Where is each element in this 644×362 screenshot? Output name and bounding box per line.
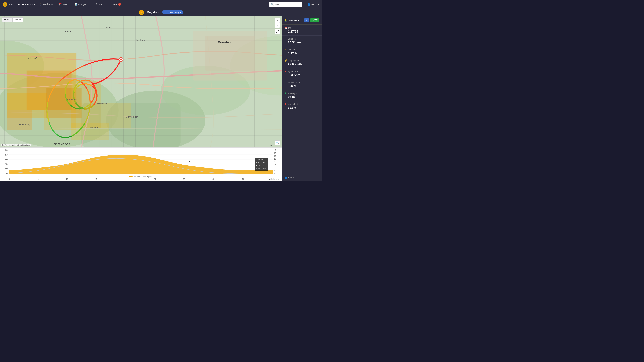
svg-point-64: [120, 58, 122, 60]
tile-hunting-icon: ◎: [164, 11, 166, 13]
speed-legend-label: Speed: [147, 176, 152, 178]
date-label: Date: [288, 27, 292, 29]
nav-more-label: More: [111, 3, 117, 6]
tooltip-x: x: 40.78 km: [256, 161, 267, 164]
nav-workouts[interactable]: 🏃 Workouts: [38, 2, 54, 6]
nav-goals[interactable]: 🚩 Goals: [58, 2, 70, 6]
edit-workout-button[interactable]: ✎: [304, 18, 309, 22]
elevation-icon: ↑: [284, 81, 286, 84]
y-label-5: 150: [5, 172, 8, 174]
duration-icon: ⏱: [284, 48, 287, 51]
nav-analytics[interactable]: 📊 Analytics ▾: [73, 2, 91, 6]
x-label-2: 10: [66, 178, 68, 180]
y-right-0: 40: [274, 149, 282, 151]
altitude-up-icon[interactable]: ▲: [275, 178, 277, 180]
avg-speed-label: Avg. Speed: [288, 59, 299, 62]
distance-value: 26.54 km: [284, 41, 319, 44]
nav-search-box[interactable]: 🔍: [269, 2, 302, 6]
chart-legend: Altitude Speed: [129, 176, 152, 178]
altitude-down-icon[interactable]: ▼: [278, 178, 279, 180]
more-icon: ≡: [109, 3, 111, 5]
svg-text:Braunsdorf: Braunsdorf: [66, 98, 77, 101]
x-label-6: 30: [183, 178, 185, 180]
stat-avg-speed: ⚡ Avg. Speed 22.0 km/h: [282, 57, 322, 68]
svg-text:Nossen: Nossen: [64, 30, 72, 33]
map-area: Dresden Wilsdruff Nossen Niedereula Augu…: [0, 16, 282, 181]
elevation-chart: 400 350 300 250 200 150 40 35 30 25 20 1…: [0, 147, 282, 181]
user-footer-icon: 👤: [284, 176, 287, 179]
gpx-export-button[interactable]: ↓ GPX: [310, 18, 319, 22]
y-label-2: 300: [5, 159, 8, 160]
navbar: 🚴 SportTracker - v1.32.0 🏃 Workouts 🚩 Go…: [0, 0, 322, 9]
search-icon: 🔍: [271, 3, 274, 5]
y-label-4: 200: [5, 168, 8, 170]
date-icon: 📅: [284, 27, 287, 29]
tile-hunting-label: Tile Hunting: [167, 11, 179, 13]
tile-hunting-button[interactable]: ◎ Tile Hunting ▾: [162, 10, 183, 14]
more-badge: 2: [118, 3, 121, 5]
nav-goals-label: Goals: [62, 3, 69, 6]
x-label-0: 0: [9, 178, 10, 180]
zoom-in-button[interactable]: +: [275, 18, 280, 23]
user-label: Demo: [311, 3, 317, 6]
chart-x-axis: 0 5 10 15 20 25 30 35 40 km: [9, 178, 273, 180]
stat-min-height: ⬇ Min Height 97 m: [282, 90, 322, 101]
y-right-1: 35: [274, 152, 282, 154]
svg-text:Grillenburg: Grillenburg: [19, 123, 30, 126]
y-right-6: 10: [274, 167, 282, 169]
osm-attribution: Map data: © OpenStreetMap: [8, 144, 30, 146]
brand-icon: 🚴: [3, 2, 8, 7]
stat-max-height: ⬆ Max Height 323 m: [282, 101, 322, 112]
svg-text:Harandter Wald: Harandter Wald: [52, 142, 70, 145]
distance-label: Distance: [288, 38, 296, 40]
max-height-value: 323 m: [284, 106, 319, 110]
center-header: 🚴 Megatour ◎ Tile Hunting ▾: [0, 9, 322, 16]
search-input[interactable]: [275, 3, 300, 6]
nav-map[interactable]: 🗺 Map: [94, 2, 104, 6]
map-attribution: Leaflet | Map data: © OpenStreetMap: [1, 144, 31, 146]
speed-icon: ⚡: [284, 59, 287, 62]
nav-brand[interactable]: 🚴 SportTracker - v1.32.0: [3, 2, 35, 7]
map-controls: + − ⛶: [275, 18, 280, 34]
fullscreen-button[interactable]: ⛶: [275, 29, 280, 34]
nav-more[interactable]: ≡ More 2: [108, 2, 122, 6]
chart-y-axis-right: 40 35 30 25 20 15 10 5 0: [273, 149, 282, 174]
map-type-streets[interactable]: Streets: [2, 17, 12, 22]
altitude-legend-label: Altitude: [134, 176, 140, 178]
map-container[interactable]: Dresden Wilsdruff Nossen Niedereula Augu…: [0, 16, 282, 147]
svg-text:Wilsdruff: Wilsdruff: [27, 57, 38, 60]
nav-user[interactable]: 👤 Demo ▾: [308, 3, 319, 6]
sidebar-header: 🚴 Workout ✎ ↓ GPX: [282, 16, 322, 25]
x-label-7: 35: [212, 178, 214, 180]
map-search-button[interactable]: 🔍: [275, 140, 280, 145]
map-type-buttons: Streets Satellite: [2, 17, 23, 22]
legend-speed: Speed: [143, 176, 152, 178]
zoom-out-button[interactable]: −: [275, 23, 280, 28]
elevation-label: Elevation Sum: [287, 81, 300, 84]
tile-hunting-chevron: ▾: [180, 11, 181, 13]
tooltip-v: v: 34.19 km/h: [256, 167, 267, 170]
stat-distance: ↔ Distance 26.54 km: [282, 35, 322, 46]
x-label-1: 5: [38, 178, 38, 180]
main-layout: Dresden Wilsdruff Nossen Niedereula Augu…: [0, 16, 322, 181]
analytics-icon: 📊: [75, 3, 77, 5]
y-right-7: 5: [274, 170, 282, 171]
y-label-3: 250: [5, 163, 8, 165]
leaflet-link[interactable]: Leaflet: [2, 144, 7, 146]
altitude-label-text: Altitude: [268, 178, 274, 180]
x-label-5: 25: [154, 178, 156, 180]
user-chevron: ▾: [318, 3, 319, 6]
tooltip-y: y: 170 m: [256, 158, 267, 161]
heart-icon: ♥: [284, 70, 286, 73]
duration-label: Duration: [288, 49, 295, 51]
user-footer-label: demo: [288, 176, 294, 179]
map-background: Dresden Wilsdruff Nossen Niedereula Augu…: [0, 16, 282, 147]
stat-duration: ⏱ Duration 1:12 h: [282, 46, 322, 57]
map-type-satellite[interactable]: Satellite: [12, 17, 24, 22]
chart-svg: [9, 149, 273, 174]
stat-date: 📅 Date 1/27/25: [282, 25, 322, 35]
max-height-label: Max Height: [288, 103, 298, 105]
svg-text:Leuteritz: Leuteritz: [136, 39, 146, 41]
stat-heart-rate: ♥ Avg. Heart Rate 123 bpm: [282, 68, 322, 79]
y-right-8: 0: [274, 172, 282, 174]
